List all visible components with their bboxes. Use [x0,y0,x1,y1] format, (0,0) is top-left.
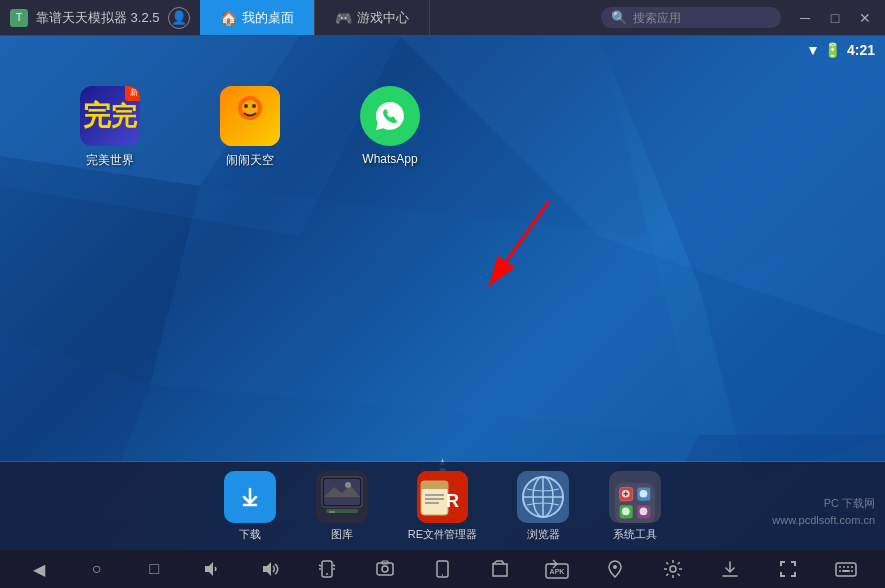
nav-files-button[interactable] [485,554,515,584]
status-icons: ▼ 🔋 [806,42,841,58]
watermark-line1: PC 下载网 [772,495,875,512]
app-icon-perfect-world[interactable]: 完 新 完美世界 [80,86,140,169]
nav-apk-button[interactable]: APK [542,554,572,584]
whatsapp-icon [360,86,420,146]
app-icon-whatsapp[interactable]: WhatsApp [360,86,420,169]
perfect-world-label: 完美世界 [86,152,134,169]
svg-line-59 [333,565,335,566]
svg-point-51 [640,489,648,497]
close-button[interactable]: ✕ [851,4,879,32]
svg-rect-29 [329,511,335,513]
dock-icon-browser[interactable]: 浏览器 [517,471,569,542]
nav-recents-button[interactable]: □ [139,554,169,584]
app-logo: T [10,9,28,27]
whatsapp-icon-container [360,86,420,146]
clock: 4:21 [847,42,875,58]
svg-point-17 [244,104,248,108]
nav-back-button[interactable]: ◀ [24,554,54,584]
naughty-sky-icon [220,86,280,146]
svg-point-27 [345,482,351,488]
system-tools-icon [609,471,661,523]
search-icon: 🔍 [611,10,627,25]
pw-text: 完 [111,99,137,134]
window-controls: ─ □ ✕ [791,4,885,32]
user-icon[interactable]: 👤 [168,7,190,29]
status-bar: ▼ 🔋 4:21 [806,36,885,64]
dock-icon-re-manager[interactable]: R RE文件管理器 [408,471,477,542]
desktop-icon: 🏠 [220,10,237,26]
watermark: PC 下载网 www.pcdlsoft.com.cn [772,495,875,528]
nav-fullscreen-button[interactable] [773,554,803,584]
battery-icon: 🔋 [824,42,841,58]
nav-vol-down-button[interactable] [197,554,227,584]
tab-gamecenter[interactable]: 🎮 游戏中心 [315,0,430,35]
gallery-icon [316,471,368,523]
tab-desktop[interactable]: 🏠 我的桌面 [200,0,315,35]
svg-text:R: R [446,491,459,511]
browser-icon [517,471,569,523]
nav-screenshot-button[interactable] [370,554,400,584]
nav-vol-up-button[interactable] [255,554,285,584]
nav-settings-button[interactable] [658,554,688,584]
dock-icon-download[interactable]: 下载 [224,471,276,542]
perfect-world-icon: 完 新 [80,86,140,146]
svg-line-21 [489,201,549,286]
app-title-section: T 靠谱天天模拟器 3.2.5 👤 [0,7,200,29]
dock-icon-system-tools[interactable]: 系统工具 [609,471,661,542]
download-label: 下载 [239,527,261,542]
app-icon-naughty-sky[interactable]: 闹闹天空 [220,86,280,169]
svg-rect-33 [421,485,448,489]
nav-location-button[interactable] [600,554,630,584]
tab-gamecenter-label: 游戏中心 [357,9,409,27]
svg-point-67 [613,565,617,569]
svg-point-64 [442,574,443,576]
pw-badge: 新 [125,86,140,101]
minimize-button[interactable]: ─ [791,4,819,32]
whatsapp-label: WhatsApp [362,152,417,166]
search-bar[interactable]: 🔍 [601,7,781,28]
naughty-sky-label: 闹闹天空 [226,152,274,169]
app-title: 靠谱天天模拟器 3.2.5 [36,9,160,27]
nav-home-button[interactable]: ○ [82,554,112,584]
svg-point-52 [622,507,630,515]
nav-bar: ◀ ○ □ APK [0,550,885,588]
svg-point-18 [252,104,256,108]
re-manager-label: RE文件管理器 [408,527,477,542]
gamecenter-icon: 🎮 [335,10,352,26]
browser-label: 浏览器 [527,527,560,542]
nav-download2-button[interactable] [715,554,745,584]
svg-point-53 [640,507,648,515]
nav-phone-button[interactable] [428,554,457,584]
search-input[interactable] [633,11,763,25]
dock-icon-gallery[interactable]: 图库 [316,471,368,542]
emulator-area: ▼ 🔋 4:21 完 新 完美世界 [0,36,885,588]
svg-line-57 [319,565,321,566]
tab-desktop-label: 我的桌面 [242,9,294,27]
system-tools-label: 系统工具 [613,527,657,542]
restore-button[interactable]: □ [821,4,849,32]
svg-point-62 [382,566,388,572]
desktop-icons: 完 新 完美世界 [80,86,420,169]
wifi-icon: ▼ [806,42,820,58]
svg-point-68 [670,566,676,572]
svg-rect-70 [836,563,856,576]
svg-rect-61 [377,563,393,575]
nav-keyboard-button[interactable] [831,554,861,584]
re-manager-icon: R [417,471,468,523]
dock-bar: 下载 图库 [0,462,885,550]
tabs-area: 🏠 我的桌面 🎮 游戏中心 [200,0,591,35]
download-icon [224,471,276,523]
nav-shake-button[interactable] [312,554,342,584]
title-bar: T 靠谱天天模拟器 3.2.5 👤 🏠 我的桌面 🎮 游戏中心 🔍 ─ □ ✕ [0,0,885,36]
gallery-label: 图库 [331,527,353,542]
watermark-line2: www.pcdlsoft.com.cn [772,512,875,529]
svg-text:APK: APK [550,568,565,575]
svg-point-56 [326,573,328,575]
red-arrow-indicator [469,191,569,314]
